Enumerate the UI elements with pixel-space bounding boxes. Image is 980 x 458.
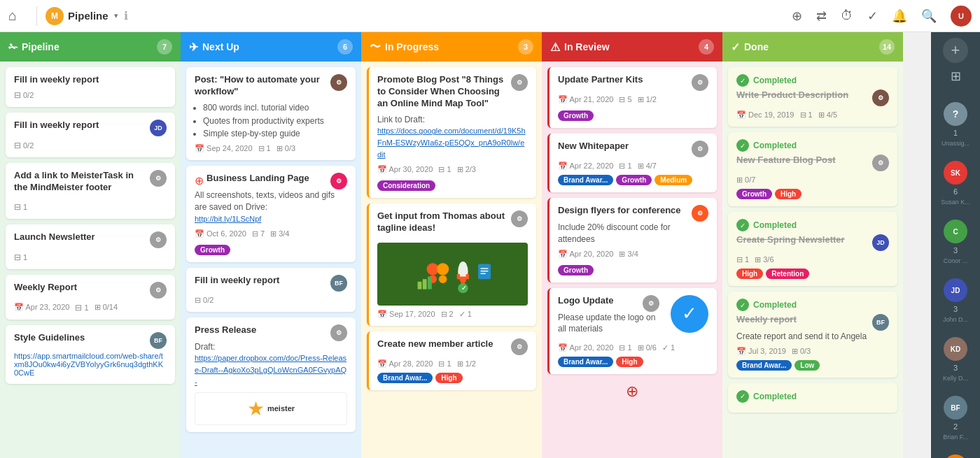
panel-count-unassigned: 1: [953, 129, 958, 137]
card-n2-url[interactable]: http://bit.ly/1LScNpf: [195, 215, 261, 223]
card-d1[interactable]: ✓ Completed Write Product Description ⚙ …: [728, 67, 897, 127]
bell-icon[interactable]: 🔔: [892, 8, 907, 24]
home-icon[interactable]: ⌂: [8, 8, 17, 24]
card-p4[interactable]: Launch Newsletter ⚙ ⊟ 1: [6, 224, 175, 269]
panel-user-conor[interactable]: C 3 Conor ...: [931, 215, 980, 269]
inreview-icon: ⚠: [550, 41, 560, 54]
card-ir1-title: Update Partner Kits: [558, 74, 687, 86]
card-d4[interactable]: ✓ Completed Weekly report BF Create repo…: [728, 292, 897, 378]
pipeline-title: Pipeline: [22, 41, 153, 52]
card-d4-body: Create report and send it to Angela: [736, 331, 889, 343]
card-n2-avatar: ⚙: [330, 173, 347, 189]
card-n3-avatar: BF: [330, 275, 347, 292]
card-p5[interactable]: Weekly Report ⚙ 📅 Apr 23, 2020 ⊟ 1 ⊞ 0/1…: [6, 275, 175, 320]
card-d2[interactable]: ✓ Completed New Feature Blog Post ⚙ ⊞ 0/…: [728, 132, 897, 206]
card-n2-title: Business Landing Page: [206, 173, 326, 185]
inreview-add-icon[interactable]: ⊕: [626, 382, 638, 401]
card-p3-title: Add a link to MeisterTask in the MindMei…: [14, 170, 146, 194]
card-n4-title: Press Release: [195, 324, 326, 336]
inreview-title: In Review: [564, 41, 694, 52]
card-p2[interactable]: Fill in weekly report JD ⊟ 0/2: [6, 113, 175, 157]
project-brand[interactable]: M Pipeline ▾: [46, 7, 118, 25]
card-d3[interactable]: ✓ Completed Create Spring Newsletter JD …: [728, 212, 897, 286]
panel-user-brian[interactable]: BF 2 Brian F...: [931, 392, 980, 445]
card-p4-meta: ⊟ 1: [14, 252, 167, 262]
panel-count-susan: 6: [953, 187, 958, 196]
filter-icon[interactable]: ⇄: [816, 8, 827, 24]
card-ir1-tags: Growth: [558, 108, 708, 121]
card-d2-avatar: ⚙: [872, 155, 889, 171]
card-ip2[interactable]: Get input from Thomas about tagline idea…: [367, 203, 536, 326]
card-ir4[interactable]: Logo Update ⚙ Please update the logo on …: [547, 288, 717, 375]
card-ip3-meta: 📅 Apr 28, 2020 ⊟ 1 ⊞ 1/2: [377, 359, 528, 368]
info-icon[interactable]: ℹ: [124, 9, 128, 22]
tag-growth-ir1: Growth: [558, 110, 594, 121]
svg-rect-17: [428, 276, 432, 289]
card-n4-url[interactable]: https://paper.dropbox.com/doc/Press-Rele…: [195, 354, 346, 386]
card-d3-avatar: JD: [872, 234, 889, 251]
panel-label-unassigned: Unassig...: [941, 140, 969, 147]
view-toggle-icon[interactable]: ⊞: [951, 69, 961, 84]
add-column-button[interactable]: +: [943, 38, 968, 63]
search-icon[interactable]: 🔍: [921, 8, 937, 24]
svg-rect-10: [480, 268, 488, 269]
add-icon[interactable]: ⊕: [792, 8, 802, 24]
card-ir2[interactable]: New Whitepaper ⚙ 📅 Apr 22, 2020 ⊟ 1 ⊞ 4/…: [547, 134, 717, 192]
done-cards: ✓ Completed Write Product Description ⚙ …: [722, 62, 903, 458]
completed-label-d2: Completed: [753, 141, 797, 150]
card-p3[interactable]: Add a link to MeisterTask in the MindMei…: [6, 163, 175, 219]
card-n1[interactable]: Post: "How to automate your workflow" ⚙ …: [186, 67, 356, 160]
card-p6-avatar: BF: [150, 332, 167, 349]
card-ir3[interactable]: Design flyers for conference ⚙ Include 2…: [547, 198, 717, 282]
card-p5-avatar: ⚙: [150, 282, 167, 299]
card-p5-meta: 📅 Apr 23, 2020 ⊟ 1 ⊞ 0/14: [14, 303, 167, 313]
card-d5[interactable]: ✓ Completed: [728, 383, 897, 413]
card-p1[interactable]: Fill in weekly report ⊟ 0/2: [6, 67, 175, 107]
card-d1-avatar: ⚙: [872, 90, 889, 106]
card-p4-title: Launch Newsletter: [14, 231, 146, 243]
card-ip3-title: Create new member article: [377, 338, 507, 350]
card-ir1[interactable]: Update Partner Kits ⚙ 📅 Apr 21, 2020 ⊟ 5…: [547, 67, 717, 128]
panel-count-conor: 3: [953, 246, 958, 255]
card-n3[interactable]: Fill in weekly report BF ⊟ 0/2: [186, 268, 356, 312]
card-ip1[interactable]: Promote Blog Post "8 Things to Consider …: [367, 67, 536, 198]
panel-label-kelly: Kelly D...: [943, 375, 968, 382]
chevron-down-icon: ▾: [114, 11, 118, 20]
tag-brand-aware: Brand Awar...: [377, 373, 433, 383]
card-d4-completed-header: ✓ Completed: [736, 299, 889, 311]
nav-right-icons: ⊕ ⇄ ⏱ ✓ 🔔 🔍 U: [792, 6, 972, 27]
panel-user-jan[interactable]: JM 1 Jan Mül...: [931, 450, 980, 458]
done-icon: ✓: [731, 41, 740, 54]
card-n4[interactable]: Press Release ⚙ Draft: https://paper.dro…: [186, 317, 356, 432]
svg-rect-7: [456, 274, 459, 279]
card-ir2-title: New Whitepaper: [558, 141, 687, 152]
column-pipeline: ✁ Pipeline 7 Fill in weekly report ⊟ 0/2…: [0, 32, 181, 458]
card-ip3[interactable]: Create new member article ⚙ 📅 Apr 28, 20…: [367, 331, 536, 390]
user-avatar[interactable]: U: [951, 6, 972, 27]
card-ir3-avatar: ⚙: [692, 205, 708, 222]
tag-growth: Growth: [195, 245, 230, 255]
panel-user-kelly[interactable]: KD 3 Kelly D...: [931, 333, 980, 386]
panel-user-susan[interactable]: SK 6 Susan K...: [931, 157, 980, 210]
card-ir1-meta: 📅 Apr 21, 2020 ⊟ 5 ⊞ 1/2: [558, 95, 708, 104]
nextup-count: 6: [337, 39, 353, 55]
card-ip3-tags: Brand Awar... High: [377, 373, 528, 383]
tag-growth-d2: Growth: [736, 189, 772, 199]
tag-growth-ir3: Growth: [558, 265, 594, 275]
card-n2[interactable]: ⊕ Business Landing Page ⚙ All screenshot…: [186, 166, 356, 262]
card-n1-body: 800 words incl. tutorial video Quotes fr…: [195, 102, 347, 140]
column-inreview: ⚠ In Review 4 Update Partner Kits ⚙ 📅 Ap…: [542, 32, 722, 458]
card-p2-title: Fill in weekly report: [14, 120, 146, 131]
tag-growth-ir2: Growth: [616, 175, 652, 185]
panel-user-unassigned[interactable]: ? 1 Unassig...: [931, 98, 980, 151]
panel-user-john[interactable]: JD 3 John D...: [931, 274, 980, 327]
panel-label-conor: Conor ...: [944, 257, 968, 264]
card-p5-title: Weekly Report: [14, 282, 146, 294]
check-icon[interactable]: ✓: [867, 8, 878, 24]
svg-rect-11: [480, 271, 488, 271]
card-ip1-url[interactable]: https://docs.google.com/document/d/19K5h…: [377, 127, 526, 159]
svg-text:✓: ✓: [461, 285, 466, 292]
column-inprogress-header: 〜 In Progress 3: [361, 32, 542, 62]
card-p6[interactable]: Style Guidelines BF https://app.smartmai…: [6, 325, 175, 384]
timer-icon[interactable]: ⏱: [841, 8, 853, 23]
